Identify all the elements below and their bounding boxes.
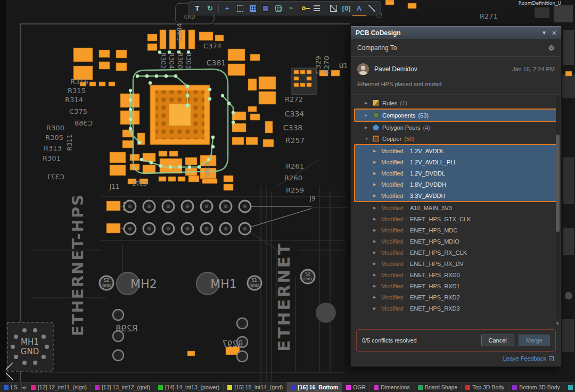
tree-item-components[interactable]: Components (53) — [354, 109, 558, 122]
layer-color-swatch — [227, 385, 232, 390]
toolbar-separator[interactable] — [325, 4, 325, 13]
layer-tab[interactable]: [14] 14_int13_(power) — [154, 382, 224, 392]
expand-arrow-icon[interactable] — [365, 126, 373, 130]
expand-arrow-icon[interactable] — [373, 171, 381, 176]
tree-item-modified-net[interactable]: Modified ENET_HPS_RXD0 — [351, 269, 561, 280]
diagonal-box-tool[interactable] — [327, 3, 340, 14]
drawing-toolbar: T ↻ + ~ [0] A — [188, 1, 381, 15]
leave-feedback-link[interactable]: Leave Feedback — [351, 354, 561, 366]
expand-arrow-icon[interactable] — [373, 295, 381, 299]
layer-tabs-bar: LS [12] 12_int11_(sign) [13] 13_int12_(g… — [0, 382, 575, 392]
measure-tool[interactable]: [0] — [340, 3, 352, 14]
tree-item-modified-net[interactable]: Modified 1.2V_AVDLL_PLL — [355, 156, 557, 168]
commit-message: Ethernet HPS placed and routed. — [351, 76, 561, 95]
tree-item-modified-net[interactable]: Modified 1.2V_AVDDL — [355, 145, 557, 156]
copper-icon — [373, 136, 379, 141]
commit-timestamp: Jan 16, 2:24 PM — [512, 66, 555, 72]
layer-tab[interactable]: [15] 15_int14_(gnd) — [224, 382, 287, 392]
line-draw-tool[interactable] — [366, 3, 378, 14]
selection-box-tool[interactable] — [234, 3, 246, 14]
layer-tab[interactable]: OGR — [342, 382, 370, 392]
layer-color-swatch — [512, 385, 517, 390]
author-name: Pavel Demidov — [374, 65, 512, 73]
text-tool[interactable]: T — [191, 3, 203, 14]
scrollbar-thumb[interactable] — [556, 135, 560, 232]
tree-item-modified-net[interactable]: Modified ENET_HPS_RX_CLK — [351, 247, 561, 258]
grid-tool[interactable] — [247, 3, 259, 14]
layer-color-swatch — [374, 385, 379, 390]
panel-dropdown-icon[interactable] — [543, 30, 546, 36]
expand-arrow-icon[interactable] — [373, 284, 381, 288]
expand-arrow-icon[interactable] — [373, 251, 381, 255]
tree-item-modified-net[interactable]: Modified ENET_HPS_MDIO — [351, 236, 561, 247]
tree-item-modified-net[interactable]: Modified ENET_HPS_RXD1 — [351, 280, 561, 291]
tree-item-modified-net[interactable]: Modified A10_MAIN_3V3 — [351, 202, 561, 213]
settings-gear-icon[interactable] — [548, 44, 555, 52]
layer-color-swatch — [95, 385, 100, 390]
window-left-edge — [0, 0, 6, 392]
collapse-arrow-icon[interactable] — [365, 137, 373, 140]
expand-arrow-icon[interactable] — [373, 228, 381, 232]
altium-pcb-editor: C384C374R302R304R300R303R316R315R314C375… — [0, 0, 575, 392]
cancel-button[interactable]: Cancel — [481, 335, 514, 346]
scroll-down-icon[interactable] — [555, 321, 560, 326]
tree-item-modified-net[interactable]: Modified ENET_HPS_RX_DV — [351, 258, 561, 269]
panel-title: PCB CoDesign — [356, 29, 536, 37]
layer-tab-ls[interactable]: LS — [0, 382, 22, 392]
layer-color-swatch — [346, 385, 351, 390]
layer-tab[interactable]: [16] 16_Bottom — [287, 382, 342, 392]
expand-arrow-icon[interactable] — [373, 182, 381, 187]
conflicts-status: 0/5 conflicts resolved — [362, 337, 477, 344]
tree-item-modified-net[interactable]: Modified ENET_HPS_MDC — [351, 224, 561, 236]
filled-grid-tool[interactable] — [259, 3, 272, 14]
expand-arrow-icon[interactable] — [365, 101, 373, 105]
tree-item-modified-net[interactable]: Modified 3.3V_AVDDH — [355, 190, 557, 201]
external-link-icon — [549, 356, 554, 361]
annotate-text-tool[interactable]: A — [353, 3, 365, 14]
expand-arrow-icon[interactable] — [373, 306, 381, 311]
expand-arrow-icon[interactable] — [373, 262, 381, 266]
expand-arrow-icon[interactable] — [373, 160, 381, 164]
pin-array-tool[interactable] — [272, 3, 284, 14]
merge-button[interactable]: Merge — [519, 335, 550, 346]
tree-item-modified-net[interactable]: Modified ENET_HPS_GTX_CLK — [351, 213, 561, 224]
comparing-to-label: Comparing To — [357, 44, 548, 52]
tree-item-modified-net[interactable]: Modified ENET_HPS_RXD3 — [351, 303, 561, 314]
tree-item-polygon-pours[interactable]: Polygon Pours (4) — [351, 122, 561, 133]
layer-tab[interactable]: To — [564, 382, 575, 392]
panel-close-icon[interactable] — [552, 29, 556, 37]
avatar — [357, 63, 369, 75]
tree-scrollbar[interactable] — [556, 97, 560, 319]
layer-color-swatch — [31, 385, 36, 390]
layer-stack-tool[interactable] — [310, 3, 323, 14]
tree-item-rules[interactable]: Rules (1) — [351, 97, 561, 109]
plus-tool[interactable]: + — [221, 3, 233, 14]
toolbar-separator[interactable] — [218, 4, 219, 13]
tree-item-modified-net[interactable]: Modified 1.8V_DVDDH — [355, 179, 557, 190]
expand-arrow-icon[interactable] — [365, 113, 373, 118]
layer-tab[interactable]: Top 3D Body — [462, 382, 508, 392]
wave-tool[interactable]: ~ — [285, 3, 297, 14]
expand-arrow-icon[interactable] — [373, 194, 381, 198]
panel-header[interactable]: PCB CoDesign — [351, 26, 561, 39]
layer-color-swatch — [568, 385, 573, 390]
expand-arrow-icon[interactable] — [373, 206, 381, 210]
expand-arrow-icon[interactable] — [373, 239, 381, 244]
polygon-pours-icon — [373, 124, 379, 130]
expand-arrow-icon[interactable] — [373, 149, 381, 153]
layer-color-swatch — [158, 385, 163, 390]
layer-tab[interactable]: [12] 12_int11_(sign) — [27, 382, 91, 392]
expand-arrow-icon[interactable] — [373, 217, 381, 221]
tree-item-copper[interactable]: Copper (50) — [351, 133, 561, 144]
key-tool[interactable] — [298, 3, 310, 14]
tree-item-modified-net[interactable]: Modified 1.2V_DVDDL — [355, 168, 557, 179]
copper-changes-list: Modified A10_MAIN_3V3 Modified ENET_HPS_… — [351, 202, 561, 314]
layer-tab[interactable]: Bottom 3D Body — [508, 382, 564, 392]
tree-item-modified-net[interactable]: Modified ENET_HPS_RXD2 — [351, 291, 561, 303]
layer-tab[interactable]: [13] 13_int12_(gnd) — [91, 382, 154, 392]
layer-tab[interactable]: Board Shape — [414, 382, 462, 392]
arc-rotate-tool[interactable]: ↻ — [204, 3, 216, 14]
layer-tab[interactable]: Dimensions — [370, 382, 414, 392]
expand-arrow-icon[interactable] — [373, 273, 381, 277]
pcb-codesign-panel: PCB CoDesign Comparing To Pavel Demidov … — [350, 26, 562, 367]
